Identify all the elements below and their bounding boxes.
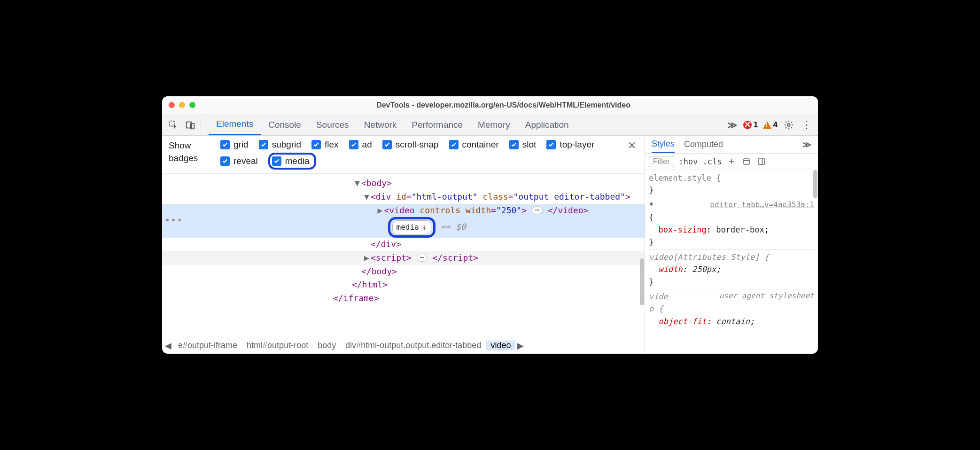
svg-rect-5 (744, 159, 749, 164)
hov-toggle[interactable]: :hov (679, 157, 698, 166)
tab-computed[interactable]: Computed (684, 136, 723, 153)
cls-toggle[interactable]: .cls (703, 157, 722, 166)
badge-grid[interactable]: grid (220, 140, 249, 150)
media-badge-pill[interactable]: media (392, 220, 431, 234)
dom-node-video-selected[interactable]: ••• ▶<video controls width="250"> ⋯ </vi… (162, 204, 645, 238)
error-icon: ✕ (743, 121, 752, 129)
dom-breadcrumb: ◀ e#output-iframe html#output-root body … (162, 337, 645, 354)
styles-tabs: Styles Computed ≫ (645, 136, 818, 154)
breadcrumb-item[interactable]: html#output-root (242, 341, 313, 350)
styles-panel: Styles Computed ≫ Filter :hov .cls eleme… (645, 136, 818, 354)
badge-container[interactable]: container (449, 140, 499, 150)
tab-performance[interactable]: Performance (404, 114, 470, 135)
main-split: Showbadges grid subgrid flex ad scroll-s… (162, 136, 818, 354)
dom-tree[interactable]: ▼<body> ▼<div id="html-output" class="ou… (162, 174, 645, 337)
tab-sources[interactable]: Sources (309, 114, 357, 135)
tab-memory[interactable]: Memory (470, 114, 518, 135)
more-tabs-icon[interactable]: ≫ (725, 118, 739, 132)
styles-scrollbar[interactable] (813, 170, 817, 198)
breadcrumb-left-arrow[interactable]: ◀ (163, 341, 173, 351)
warning-icon (763, 121, 771, 129)
elements-panel: Showbadges grid subgrid flex ad scroll-s… (162, 136, 645, 354)
device-toolbar-icon[interactable] (184, 118, 197, 132)
dom-node-script[interactable]: ▶<script> ⋯ </script> (162, 251, 645, 265)
close-badges-icon[interactable]: ✕ (628, 140, 638, 152)
traffic-lights (169, 102, 195, 108)
styles-rules[interactable]: element.style { } *editor-tabb…v=4ae353a… (645, 170, 818, 354)
badge-slot[interactable]: slot (509, 140, 537, 150)
stylesheet-link[interactable]: editor-tabb…v=4ae353a:1 (710, 199, 814, 211)
tab-elements[interactable]: Elements (209, 114, 261, 135)
kebab-menu-icon[interactable]: ⋮ (800, 118, 813, 132)
breadcrumb-right-arrow[interactable]: ▶ (515, 341, 526, 351)
breadcrumb-item[interactable]: body (313, 341, 341, 350)
more-styles-tabs-icon[interactable]: ≫ (802, 136, 811, 153)
badges-bar: Showbadges grid subgrid flex ad scroll-s… (162, 136, 645, 174)
window-titlebar: DevTools - developer.mozilla.org/en-US/d… (162, 96, 818, 114)
media-badge-highlight: media (388, 217, 436, 238)
devtools-toolbar: Elements Console Sources Network Perform… (162, 114, 818, 136)
dom-node-html-close[interactable]: </html> (162, 278, 645, 292)
badge-media[interactable]: media (268, 153, 316, 170)
breadcrumb-item[interactable]: div#html-output.output.editor-tabbed (341, 341, 486, 350)
panel-tabs: Elements Console Sources Network Perform… (209, 114, 722, 135)
zoom-window-button[interactable] (189, 102, 195, 108)
ellipsis-badge[interactable]: ⋯ (417, 254, 428, 262)
devtools-window: DevTools - developer.mozilla.org/en-US/d… (162, 96, 818, 354)
error-count[interactable]: ✕ 1 (743, 120, 758, 130)
window-title: DevTools - developer.mozilla.org/en-US/d… (195, 101, 811, 109)
breadcrumb-item[interactable]: e#output-iframe (173, 341, 242, 350)
styles-filter-input[interactable]: Filter (649, 156, 674, 167)
svg-point-3 (787, 124, 790, 126)
badge-subgrid[interactable]: subgrid (259, 140, 301, 150)
expand-dots-icon[interactable]: ••• (162, 214, 186, 227)
new-style-rule-icon[interactable] (726, 156, 737, 167)
tab-styles[interactable]: Styles (652, 136, 675, 153)
badge-ad[interactable]: ad (349, 140, 372, 150)
badges-label: Showbadges (169, 140, 212, 164)
dom-node-body-close[interactable]: </body> (162, 265, 645, 279)
close-window-button[interactable] (169, 102, 175, 108)
badge-top-layer[interactable]: top-layer (546, 140, 594, 150)
warning-count[interactable]: 4 (763, 120, 778, 130)
styles-filter-row: Filter :hov .cls (645, 154, 818, 170)
settings-gear-icon[interactable] (782, 118, 795, 132)
minimize-window-button[interactable] (179, 102, 185, 108)
inspect-element-icon[interactable] (167, 118, 180, 132)
dom-node-div[interactable]: ▼<div id="html-output" class="output edi… (162, 190, 645, 204)
badge-scroll-snap[interactable]: scroll-snap (382, 140, 439, 150)
tab-network[interactable]: Network (357, 114, 404, 135)
dom-node-body[interactable]: ▼<body> (162, 177, 645, 190)
tab-console[interactable]: Console (261, 114, 309, 135)
computed-styles-icon[interactable] (741, 156, 752, 167)
toolbar-right: ≫ ✕ 1 4 ⋮ (725, 118, 813, 132)
dom-node-div-close[interactable]: </div> (162, 238, 645, 251)
badge-reveal[interactable]: reveal (220, 153, 258, 170)
toggle-sidebar-icon[interactable] (756, 156, 767, 167)
badges-grid: grid subgrid flex ad scroll-snap contain… (220, 140, 619, 170)
dom-scrollbar[interactable] (640, 258, 644, 305)
badge-flex[interactable]: flex (311, 140, 339, 150)
ellipsis-badge[interactable]: ⋯ (532, 206, 543, 214)
svg-rect-6 (759, 159, 764, 164)
breadcrumb-item-selected[interactable]: video (486, 341, 515, 350)
dom-node-iframe-close[interactable]: </iframe> (162, 292, 645, 305)
ua-stylesheet-label: user agent stylesheet (719, 290, 814, 302)
tab-application[interactable]: Application (518, 114, 576, 135)
